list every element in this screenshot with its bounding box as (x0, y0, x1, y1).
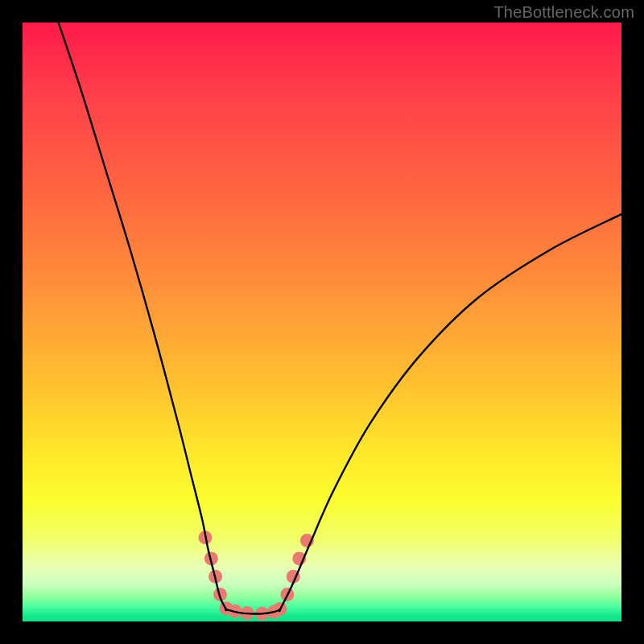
chart-frame: TheBottleneck.com (0, 0, 644, 644)
plot-area (23, 23, 621, 621)
bottleneck-curve (59, 23, 621, 614)
curve-layer (23, 23, 621, 621)
watermark-label: TheBottleneck.com (493, 3, 634, 22)
